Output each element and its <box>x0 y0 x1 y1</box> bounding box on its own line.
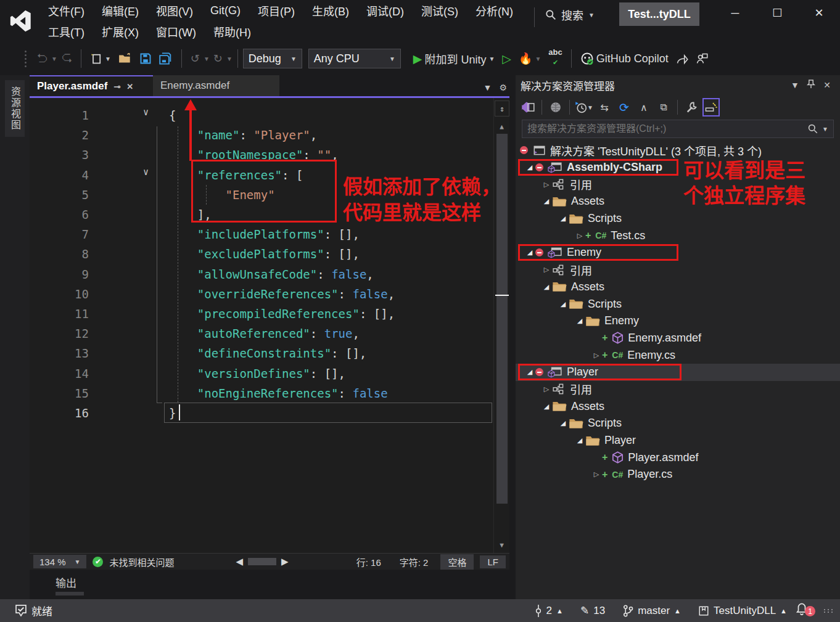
tree-row-test-cs[interactable]: ▷+C#Test.cs <box>516 227 840 244</box>
menu-item-分析-n[interactable]: 分析(N) <box>467 2 522 18</box>
github-copilot-button[interactable]: GitHub Copilot <box>577 48 672 69</box>
code-line-8[interactable]: 8 "excludePlatforms": [], <box>30 244 493 264</box>
redo-button[interactable]: ↻ <box>210 48 226 69</box>
code-line-13[interactable]: 13 "defineConstraints": [], <box>30 343 493 363</box>
tree-row-scripts[interactable]: ◢Scripts <box>516 295 840 313</box>
editor-tab-enemy-asmdef[interactable]: Enemy.asmdef <box>153 75 279 96</box>
window-title[interactable]: Test...tyDLL <box>619 2 699 26</box>
save-all-button[interactable] <box>155 48 176 69</box>
tree-row-player[interactable]: ◢Player <box>516 364 840 381</box>
tab-close-icon[interactable]: ✕ <box>126 82 133 91</box>
chevron-expanded-icon[interactable]: ◢ <box>574 317 585 325</box>
resource-view-vertical-tab[interactable]: 资源视图 <box>5 80 25 137</box>
solution-explorer-header[interactable]: 解决方案资源管理器 ▼ ✕ <box>516 75 840 95</box>
scroll-up-arrow[interactable]: ▲ <box>494 123 509 131</box>
line-indicator[interactable]: 行: 16 <box>350 555 387 568</box>
menu-item-窗口-w[interactable]: 窗口(W) <box>147 23 205 39</box>
pending-changes-button[interactable]: ✎ 13 <box>572 604 614 617</box>
properties-button[interactable] <box>683 98 700 117</box>
minimize-button[interactable]: ─ <box>714 0 756 26</box>
menu-item-扩展-x[interactable]: 扩展(X) <box>93 23 147 39</box>
panel-splitter[interactable] <box>509 75 516 599</box>
chevron-collapsed-icon[interactable]: ▷ <box>541 266 552 274</box>
output-tab[interactable]: 输出 <box>56 575 76 590</box>
close-button[interactable]: ✕ <box>798 0 840 26</box>
scrollbar-thumb[interactable] <box>496 134 508 504</box>
fold-collapse-icon[interactable]: ∨ <box>143 107 149 118</box>
chevron-down-icon[interactable]: ▼ <box>51 55 57 62</box>
horizontal-scrollbar[interactable]: ◀ ▶ <box>236 556 288 567</box>
navigate-forward-button[interactable]: ⮎ <box>57 48 76 69</box>
notifications-button[interactable]: 1 <box>796 602 808 619</box>
tree-row-enemy[interactable]: ◢Enemy <box>516 244 840 261</box>
repository-button[interactable]: TestUnityDLL ▲ <box>690 605 796 617</box>
feedback-button[interactable] <box>692 48 712 69</box>
resize-grip[interactable] <box>824 609 834 613</box>
solution-search-box[interactable]: ▼ <box>522 120 834 138</box>
code-line-11[interactable]: 11 "precompiledReferences": [], <box>30 304 493 324</box>
chevron-expanded-icon[interactable]: ◢ <box>558 215 569 223</box>
refresh-button[interactable]: ⟳ <box>616 98 633 117</box>
commits-ahead-button[interactable]: 2 ▲ <box>526 605 572 617</box>
collapse-all-button[interactable]: ∧ <box>635 98 653 117</box>
tree-row-assets[interactable]: ◢Assets <box>516 279 840 296</box>
problems-status[interactable]: 未找到相关问题 <box>109 555 174 568</box>
editor-tab-player-asmdef[interactable]: Player.asmdef⊸✕ <box>30 75 153 96</box>
switch-views-button[interactable] <box>519 98 537 117</box>
space-mode-indicator[interactable]: 空格 <box>440 554 474 570</box>
chevron-collapsed-icon[interactable]: ▷ <box>541 385 552 393</box>
open-files-filter-button[interactable]: ▼ <box>575 98 593 117</box>
chevron-expanded-icon[interactable]: ◢ <box>558 300 569 308</box>
code-line-9[interactable]: 9 "allowUnsafeCode": false, <box>30 264 493 284</box>
tree-row-assets[interactable]: ◢Assets <box>516 398 840 415</box>
menu-item-文件-f[interactable]: 文件(F) <box>39 2 93 18</box>
tree-row-scripts[interactable]: ◢Scripts <box>516 415 840 432</box>
menu-item-git-g[interactable]: Git(G) <box>202 4 249 17</box>
tab-list-chevron-icon[interactable]: ▼ <box>484 83 492 92</box>
menu-item-项目-p[interactable]: 项目(P) <box>249 2 303 18</box>
chevron-collapsed-icon[interactable]: ▷ <box>574 232 585 240</box>
background-tasks-indicator[interactable]: 就绪 <box>6 603 61 618</box>
chevron-expanded-icon[interactable]: ◢ <box>541 283 552 291</box>
vertical-scrollbar[interactable]: ⇕ ▲ ▼ <box>493 98 509 553</box>
chevron-expanded-icon[interactable]: ◢ <box>574 436 585 444</box>
undo-button[interactable]: ↺ <box>187 48 204 69</box>
chevron-expanded-icon[interactable]: ◢ <box>541 197 552 205</box>
scroll-right-arrow[interactable]: ▶ <box>281 556 289 567</box>
tree-row-解决方案-testunitydll-3-个项目-共-3-个[interactable]: 解决方案 'TestUnityDLL' (3 个项目, 共 3 个) <box>516 142 840 159</box>
menu-item-视图-v[interactable]: 视图(V) <box>147 2 202 18</box>
code-editor[interactable]: 1∨{2 "name": "Player",3 "rootNamespace":… <box>30 98 509 553</box>
code-line-10[interactable]: 10 "overrideReferences": false, <box>30 284 493 304</box>
toolbar-grip[interactable] <box>25 51 27 67</box>
hot-reload-button[interactable]: 🔥▼ <box>515 48 545 69</box>
chevron-down-icon[interactable]: ▼ <box>226 55 233 62</box>
chevron-expanded-icon[interactable]: ◢ <box>558 419 569 427</box>
tree-row-assets[interactable]: ◢Assets <box>516 193 840 210</box>
code-line-12[interactable]: 12 "autoReferenced": true, <box>30 324 493 343</box>
tree-row-引用[interactable]: ▷引用 <box>516 176 840 193</box>
new-file-button[interactable]: ▼ <box>86 48 115 69</box>
eol-indicator[interactable]: LF <box>480 555 506 568</box>
panel-chevron-down-icon[interactable]: ▼ <box>787 80 803 90</box>
solution-search-input[interactable] <box>527 123 807 134</box>
navigate-back-button[interactable]: ⮌ <box>33 48 51 69</box>
menu-item-编辑-e[interactable]: 编辑(E) <box>93 2 147 18</box>
fold-collapse-icon[interactable]: ∨ <box>143 166 149 178</box>
code-line-2[interactable]: 2 "name": "Player", <box>30 125 493 145</box>
pending-changes-filter-button[interactable] <box>547 98 564 117</box>
menu-item-帮助-h[interactable]: 帮助(H) <box>205 23 260 39</box>
tree-row-assembly-csharp[interactable]: ◢Assembly-CSharp <box>516 159 840 176</box>
search-control[interactable]: 搜索 ▼ <box>545 4 595 26</box>
attach-to-unity-button[interactable]: ▶ 附加到 Unity ▼ <box>410 48 499 69</box>
tree-row-enemy-asmdef[interactable]: +Enemy.asmdef <box>516 330 840 347</box>
chevron-down-icon[interactable]: ▼ <box>105 55 111 62</box>
spellcheck-toggle-button[interactable]: abc ✔ <box>545 48 566 69</box>
save-button[interactable] <box>136 48 155 69</box>
menu-item-工具-t[interactable]: 工具(T) <box>39 23 93 39</box>
zoom-select[interactable]: 134 % ▼ <box>33 555 86 568</box>
configuration-select[interactable]: Debug ▼ <box>243 49 302 68</box>
code-line-1[interactable]: 1∨{ <box>30 105 493 125</box>
char-indicator[interactable]: 字符: 2 <box>393 555 435 568</box>
code-line-14[interactable]: 14 "versionDefines": [], <box>30 363 493 383</box>
open-folder-button[interactable] <box>115 48 136 69</box>
